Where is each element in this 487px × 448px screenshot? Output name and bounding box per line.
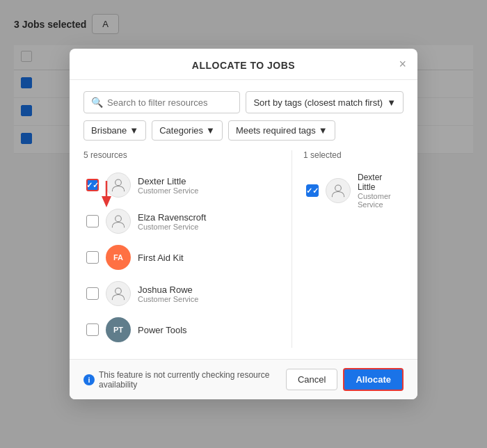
- svg-point-0: [115, 179, 122, 186]
- filter-categories[interactable]: Categories ▼: [152, 120, 223, 141]
- avatar: [326, 178, 351, 203]
- avatar: FA: [106, 245, 131, 270]
- resource-info: Elza Ravenscroft Customer Service: [138, 212, 278, 231]
- resource-category: Customer Service: [358, 192, 401, 209]
- resource-name: First Aid Kit: [138, 253, 278, 263]
- list-item[interactable]: ✓ Dexter Little Customer Service: [83, 167, 280, 203]
- resource-checkbox-fak[interactable]: [86, 251, 99, 264]
- resource-checkbox-joshua[interactable]: [86, 287, 99, 300]
- resource-checkbox-elza[interactable]: [86, 215, 99, 227]
- footer-info: i This feature is not currently checking…: [83, 370, 286, 390]
- modal-title: ALLOCATE TO JOBS: [192, 60, 295, 71]
- footer-info-text: This feature is not currently checking r…: [99, 370, 286, 390]
- resource-info: Power Tools: [138, 325, 278, 335]
- resource-info: First Aid Kit: [138, 253, 278, 263]
- filter-location[interactable]: Brisbane ▼: [83, 120, 146, 141]
- modal-header: ALLOCATE TO JOBS ×: [70, 49, 417, 80]
- search-row: 🔍 Sort by tags (closest match first) ▼: [83, 91, 404, 113]
- filter-location-label: Brisbane: [91, 125, 127, 136]
- resource-name: Dexter Little: [138, 176, 278, 186]
- resource-info: Joshua Rowe Customer Service: [138, 285, 278, 303]
- modal-body: 🔍 Sort by tags (closest match first) ▼ B…: [70, 80, 417, 359]
- resource-name: Power Tools: [138, 325, 278, 335]
- chevron-down-icon: ▼: [129, 125, 138, 136]
- chevron-down-icon: ▼: [206, 125, 215, 136]
- resource-info: Dexter Little Customer Service: [358, 173, 401, 209]
- allocate-button[interactable]: Allocate: [343, 368, 404, 391]
- modal-footer: i This feature is not currently checking…: [70, 359, 417, 399]
- filter-tags[interactable]: Meets required tags ▼: [228, 120, 335, 141]
- chevron-down-icon: ▼: [319, 125, 328, 136]
- resource-info: Dexter Little Customer Service: [138, 176, 278, 195]
- resource-name: Joshua Rowe: [138, 285, 278, 295]
- list-item: ✓ Dexter Little Customer Service: [303, 167, 404, 214]
- search-box[interactable]: 🔍: [83, 91, 240, 113]
- resource-category: Customer Service: [138, 295, 278, 303]
- resource-category: Customer Service: [138, 223, 278, 231]
- resource-checkbox-dexter[interactable]: ✓: [86, 179, 99, 191]
- svg-point-4: [115, 288, 122, 294]
- modal-overlay: ALLOCATE TO JOBS × 🔍 Sort by tags (close…: [0, 0, 487, 448]
- resources-count-label: 5 resources: [83, 150, 280, 160]
- filter-categories-label: Categories: [159, 125, 203, 136]
- info-icon: i: [83, 374, 95, 385]
- sort-label: Sort by tags (closest match first): [253, 97, 383, 108]
- close-icon[interactable]: ×: [399, 58, 406, 70]
- resource-name: Dexter Little: [358, 173, 401, 192]
- resources-left: 5 resources ✓ Dexter: [83, 150, 292, 348]
- allocate-modal: ALLOCATE TO JOBS × 🔍 Sort by tags (close…: [70, 49, 417, 399]
- resource-checkbox-selected-dexter: ✓: [306, 184, 319, 197]
- svg-point-1: [115, 216, 122, 222]
- resource-checkbox-pt[interactable]: [86, 323, 99, 336]
- cancel-button[interactable]: Cancel: [286, 369, 337, 390]
- sort-dropdown[interactable]: Sort by tags (closest match first) ▼: [246, 91, 404, 113]
- resource-name: Elza Ravenscroft: [138, 212, 278, 223]
- avatar: [106, 281, 131, 306]
- list-item[interactable]: PT Power Tools: [83, 312, 280, 348]
- footer-buttons: Cancel Allocate: [286, 368, 404, 391]
- selected-count-label: 1 selected: [303, 150, 404, 160]
- resource-category: Customer Service: [138, 186, 278, 195]
- resources-split: 5 resources ✓ Dexter: [83, 150, 404, 348]
- list-item[interactable]: Elza Ravenscroft Customer Service: [83, 203, 280, 239]
- list-item[interactable]: Joshua Rowe Customer Service: [83, 275, 280, 312]
- avatar: [106, 173, 131, 198]
- chevron-down-icon: ▼: [387, 97, 396, 108]
- search-input[interactable]: [107, 97, 232, 108]
- search-icon: 🔍: [91, 97, 103, 108]
- filter-row: Brisbane ▼ Categories ▼ Meets required t…: [83, 120, 404, 141]
- resources-right: 1 selected ✓ Dexter: [292, 150, 404, 348]
- arrow-container: Elza Ravenscroft Customer Service: [83, 203, 280, 239]
- list-item[interactable]: FA First Aid Kit: [83, 239, 280, 275]
- filter-tags-label: Meets required tags: [236, 125, 316, 136]
- avatar: [106, 209, 131, 234]
- svg-point-5: [335, 185, 342, 191]
- avatar: PT: [106, 317, 131, 342]
